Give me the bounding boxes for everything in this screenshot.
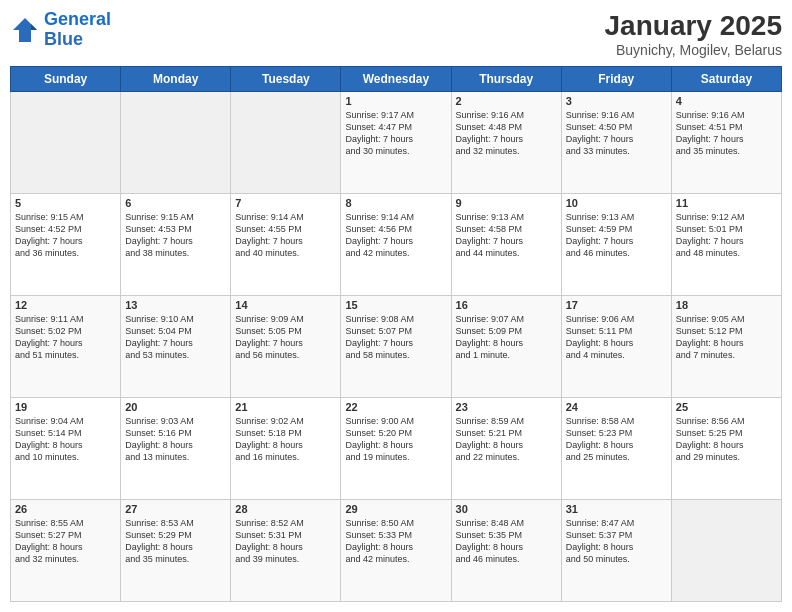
cell-content: Sunrise: 9:02 AM Sunset: 5:18 PM Dayligh… — [235, 415, 336, 464]
cell-content: Sunrise: 9:13 AM Sunset: 4:59 PM Dayligh… — [566, 211, 667, 260]
day-number: 20 — [125, 401, 226, 413]
cell-w3-d4: 15Sunrise: 9:08 AM Sunset: 5:07 PM Dayli… — [341, 296, 451, 398]
day-number: 28 — [235, 503, 336, 515]
cell-w5-d4: 29Sunrise: 8:50 AM Sunset: 5:33 PM Dayli… — [341, 500, 451, 602]
title-block: January 2025 Buynichy, Mogilev, Belarus — [605, 10, 782, 58]
cell-content: Sunrise: 9:14 AM Sunset: 4:56 PM Dayligh… — [345, 211, 446, 260]
cell-w5-d5: 30Sunrise: 8:48 AM Sunset: 5:35 PM Dayli… — [451, 500, 561, 602]
logo-icon — [10, 15, 40, 45]
cell-w4-d2: 20Sunrise: 9:03 AM Sunset: 5:16 PM Dayli… — [121, 398, 231, 500]
cell-w1-d7: 4Sunrise: 9:16 AM Sunset: 4:51 PM Daylig… — [671, 92, 781, 194]
day-number: 12 — [15, 299, 116, 311]
day-number: 16 — [456, 299, 557, 311]
cell-w3-d2: 13Sunrise: 9:10 AM Sunset: 5:04 PM Dayli… — [121, 296, 231, 398]
cell-content: Sunrise: 9:03 AM Sunset: 5:16 PM Dayligh… — [125, 415, 226, 464]
cell-content: Sunrise: 8:55 AM Sunset: 5:27 PM Dayligh… — [15, 517, 116, 566]
cell-w1-d4: 1Sunrise: 9:17 AM Sunset: 4:47 PM Daylig… — [341, 92, 451, 194]
day-number: 11 — [676, 197, 777, 209]
cell-w4-d6: 24Sunrise: 8:58 AM Sunset: 5:23 PM Dayli… — [561, 398, 671, 500]
day-number: 8 — [345, 197, 446, 209]
calendar-table: Sunday Monday Tuesday Wednesday Thursday… — [10, 66, 782, 602]
day-number: 26 — [15, 503, 116, 515]
cell-content: Sunrise: 9:15 AM Sunset: 4:52 PM Dayligh… — [15, 211, 116, 260]
cell-w1-d6: 3Sunrise: 9:16 AM Sunset: 4:50 PM Daylig… — [561, 92, 671, 194]
page: General Blue January 2025 Buynichy, Mogi… — [0, 0, 792, 612]
cell-w2-d7: 11Sunrise: 9:12 AM Sunset: 5:01 PM Dayli… — [671, 194, 781, 296]
cell-content: Sunrise: 9:08 AM Sunset: 5:07 PM Dayligh… — [345, 313, 446, 362]
cell-w1-d5: 2Sunrise: 9:16 AM Sunset: 4:48 PM Daylig… — [451, 92, 561, 194]
cell-w1-d2 — [121, 92, 231, 194]
cell-w2-d5: 9Sunrise: 9:13 AM Sunset: 4:58 PM Daylig… — [451, 194, 561, 296]
logo-line2: Blue — [44, 29, 83, 49]
cell-content: Sunrise: 9:15 AM Sunset: 4:53 PM Dayligh… — [125, 211, 226, 260]
day-number: 29 — [345, 503, 446, 515]
cell-w4-d4: 22Sunrise: 9:00 AM Sunset: 5:20 PM Dayli… — [341, 398, 451, 500]
day-number: 7 — [235, 197, 336, 209]
calendar-subtitle: Buynichy, Mogilev, Belarus — [605, 42, 782, 58]
day-number: 22 — [345, 401, 446, 413]
cell-content: Sunrise: 9:12 AM Sunset: 5:01 PM Dayligh… — [676, 211, 777, 260]
cell-content: Sunrise: 9:06 AM Sunset: 5:11 PM Dayligh… — [566, 313, 667, 362]
cell-content: Sunrise: 9:13 AM Sunset: 4:58 PM Dayligh… — [456, 211, 557, 260]
cell-content: Sunrise: 8:48 AM Sunset: 5:35 PM Dayligh… — [456, 517, 557, 566]
day-number: 6 — [125, 197, 226, 209]
calendar-title: January 2025 — [605, 10, 782, 42]
day-number: 25 — [676, 401, 777, 413]
col-thursday: Thursday — [451, 67, 561, 92]
cell-content: Sunrise: 9:16 AM Sunset: 4:48 PM Dayligh… — [456, 109, 557, 158]
cell-content: Sunrise: 9:16 AM Sunset: 4:50 PM Dayligh… — [566, 109, 667, 158]
col-saturday: Saturday — [671, 67, 781, 92]
day-number: 24 — [566, 401, 667, 413]
cell-w5-d1: 26Sunrise: 8:55 AM Sunset: 5:27 PM Dayli… — [11, 500, 121, 602]
cell-w3-d3: 14Sunrise: 9:09 AM Sunset: 5:05 PM Dayli… — [231, 296, 341, 398]
cell-w1-d3 — [231, 92, 341, 194]
day-number: 9 — [456, 197, 557, 209]
cell-w4-d5: 23Sunrise: 8:59 AM Sunset: 5:21 PM Dayli… — [451, 398, 561, 500]
cell-w3-d6: 17Sunrise: 9:06 AM Sunset: 5:11 PM Dayli… — [561, 296, 671, 398]
day-number: 3 — [566, 95, 667, 107]
cell-w1-d1 — [11, 92, 121, 194]
week-row-3: 12Sunrise: 9:11 AM Sunset: 5:02 PM Dayli… — [11, 296, 782, 398]
day-number: 4 — [676, 95, 777, 107]
cell-w4-d1: 19Sunrise: 9:04 AM Sunset: 5:14 PM Dayli… — [11, 398, 121, 500]
week-row-4: 19Sunrise: 9:04 AM Sunset: 5:14 PM Dayli… — [11, 398, 782, 500]
day-number: 21 — [235, 401, 336, 413]
cell-content: Sunrise: 8:59 AM Sunset: 5:21 PM Dayligh… — [456, 415, 557, 464]
cell-content: Sunrise: 8:53 AM Sunset: 5:29 PM Dayligh… — [125, 517, 226, 566]
cell-content: Sunrise: 9:04 AM Sunset: 5:14 PM Dayligh… — [15, 415, 116, 464]
week-row-5: 26Sunrise: 8:55 AM Sunset: 5:27 PM Dayli… — [11, 500, 782, 602]
cell-content: Sunrise: 9:00 AM Sunset: 5:20 PM Dayligh… — [345, 415, 446, 464]
cell-w4-d7: 25Sunrise: 8:56 AM Sunset: 5:25 PM Dayli… — [671, 398, 781, 500]
logo: General Blue — [10, 10, 111, 50]
day-number: 19 — [15, 401, 116, 413]
day-number: 17 — [566, 299, 667, 311]
cell-content: Sunrise: 8:56 AM Sunset: 5:25 PM Dayligh… — [676, 415, 777, 464]
week-row-1: 1Sunrise: 9:17 AM Sunset: 4:47 PM Daylig… — [11, 92, 782, 194]
cell-content: Sunrise: 9:14 AM Sunset: 4:55 PM Dayligh… — [235, 211, 336, 260]
logo-text: General Blue — [44, 10, 111, 50]
day-number: 30 — [456, 503, 557, 515]
cell-content: Sunrise: 9:17 AM Sunset: 4:47 PM Dayligh… — [345, 109, 446, 158]
day-number: 1 — [345, 95, 446, 107]
day-number: 2 — [456, 95, 557, 107]
cell-content: Sunrise: 8:50 AM Sunset: 5:33 PM Dayligh… — [345, 517, 446, 566]
day-number: 13 — [125, 299, 226, 311]
col-wednesday: Wednesday — [341, 67, 451, 92]
col-sunday: Sunday — [11, 67, 121, 92]
cell-content: Sunrise: 9:05 AM Sunset: 5:12 PM Dayligh… — [676, 313, 777, 362]
header-row: Sunday Monday Tuesday Wednesday Thursday… — [11, 67, 782, 92]
cell-w3-d7: 18Sunrise: 9:05 AM Sunset: 5:12 PM Dayli… — [671, 296, 781, 398]
day-number: 5 — [15, 197, 116, 209]
logo-line1: General — [44, 9, 111, 29]
cell-content: Sunrise: 8:58 AM Sunset: 5:23 PM Dayligh… — [566, 415, 667, 464]
cell-w4-d3: 21Sunrise: 9:02 AM Sunset: 5:18 PM Dayli… — [231, 398, 341, 500]
day-number: 23 — [456, 401, 557, 413]
cell-w2-d2: 6Sunrise: 9:15 AM Sunset: 4:53 PM Daylig… — [121, 194, 231, 296]
col-tuesday: Tuesday — [231, 67, 341, 92]
cell-w2-d4: 8Sunrise: 9:14 AM Sunset: 4:56 PM Daylig… — [341, 194, 451, 296]
day-number: 14 — [235, 299, 336, 311]
week-row-2: 5Sunrise: 9:15 AM Sunset: 4:52 PM Daylig… — [11, 194, 782, 296]
cell-w2-d6: 10Sunrise: 9:13 AM Sunset: 4:59 PM Dayli… — [561, 194, 671, 296]
cell-w3-d5: 16Sunrise: 9:07 AM Sunset: 5:09 PM Dayli… — [451, 296, 561, 398]
cell-content: Sunrise: 9:16 AM Sunset: 4:51 PM Dayligh… — [676, 109, 777, 158]
